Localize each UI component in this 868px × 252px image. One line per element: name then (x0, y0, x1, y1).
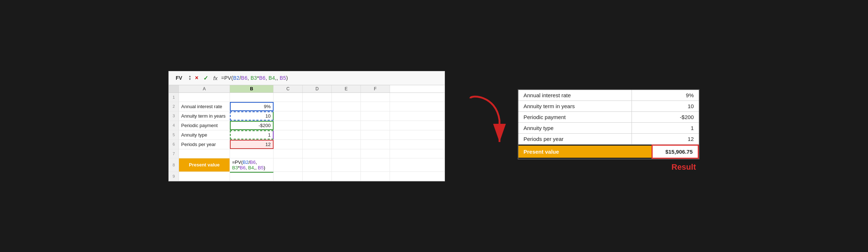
cell-b7 (230, 149, 274, 158)
cell-e7 (332, 149, 361, 158)
col-header-f: F (361, 85, 390, 92)
result-label-periods: Periods per year (518, 133, 632, 144)
main-container: FV ▲▼ × ✓ fx =PV(B2/B6, B3*B6, B4,, B5) … (154, 64, 714, 189)
cell-c8 (274, 158, 303, 172)
cell-c4 (274, 121, 303, 130)
result-label-interest: Annual interest rate (518, 90, 632, 101)
cell-a7 (179, 149, 230, 158)
cell-c6 (274, 140, 303, 149)
grid-row-4: 4 Periodic payment -$200 (169, 121, 445, 130)
result-bottom-row: Present value $15,906.75 (518, 145, 699, 159)
cell-e2 (332, 102, 361, 111)
cell-f2 (361, 102, 390, 111)
cell-a9 (179, 172, 230, 181)
cell-f5 (361, 130, 390, 139)
result-row-1: Annual interest rate 9% (518, 90, 699, 101)
spreadsheet-grid: A B C D E F 1 2 Annual interest rate (169, 85, 445, 181)
row-num-4: 4 (169, 121, 179, 130)
cell-f3 (361, 111, 390, 121)
cell-a3: Annuity term in years (179, 111, 230, 121)
col-header-e: E (332, 85, 361, 92)
result-value-payment: -$200 (632, 111, 699, 122)
cell-d9 (303, 172, 332, 181)
col-header-row-num (169, 85, 179, 92)
cell-a6: Periods per year (179, 140, 230, 149)
arrow-container (467, 91, 496, 157)
result-label-term: Annuity term in years (518, 101, 632, 111)
cell-d8 (303, 158, 332, 172)
confirm-button[interactable]: ✓ (202, 75, 210, 82)
row-num-1: 1 (169, 93, 179, 102)
arrow-svg (467, 91, 510, 157)
cell-d7 (303, 149, 332, 158)
cell-b5[interactable]: 1 (230, 130, 274, 139)
row-num-5: 5 (169, 130, 179, 139)
result-panel: Annual interest rate 9% Annuity term in … (518, 89, 700, 160)
cell-a2: Annual interest rate (179, 102, 230, 111)
cell-e3 (332, 111, 361, 121)
cell-b8-formula[interactable]: =PV(B2/B6, B3*B6, B4,, B5) (230, 158, 274, 172)
result-value-periods: 12 (632, 133, 699, 144)
row-num-6: 6 (169, 140, 179, 149)
formula-b8: =PV(B2/B6, B3*B6, B4,, B5) (232, 160, 271, 170)
cell-b9 (230, 172, 274, 181)
cancel-button[interactable]: × (194, 75, 200, 81)
cell-d4 (303, 121, 332, 130)
cell-e6 (332, 140, 361, 149)
result-pv-label: Present value (518, 146, 652, 158)
cell-f1 (361, 93, 390, 102)
row-num-8: 8 (169, 158, 179, 172)
result-row-3: Periodic payment -$200 (518, 111, 699, 122)
formula-display: =PV(B2/B6, B3*B6, B4,, B5) (221, 75, 288, 81)
cell-f8 (361, 158, 390, 172)
cell-e4 (332, 121, 361, 130)
result-row-2: Annuity term in years 10 (518, 101, 699, 111)
cell-b4[interactable]: -$200 (230, 121, 274, 130)
grid-header-row: A B C D E F (169, 85, 445, 93)
cell-b6[interactable]: 12 (230, 140, 274, 149)
cell-e1 (332, 93, 361, 102)
cell-c5 (274, 130, 303, 139)
result-row-4: Annuity type 1 (518, 122, 699, 133)
grid-row-6: 6 Periods per year 12 (169, 140, 445, 149)
cell-f7 (361, 149, 390, 158)
result-side: Annual interest rate 9% Annuity term in … (518, 71, 700, 172)
result-value-interest: 9% (632, 90, 699, 101)
cell-c7 (274, 149, 303, 158)
cell-c1 (274, 93, 303, 102)
cell-c2 (274, 102, 303, 111)
cell-a5: Annuity type (179, 130, 230, 139)
result-row-5: Periods per year 12 (518, 133, 699, 144)
cell-d3 (303, 111, 332, 121)
grid-row-8: 8 Present value =PV(B2/B6, B3*B6, B4,, B… (169, 158, 445, 172)
col-header-a: A (179, 85, 230, 92)
cell-e8 (332, 158, 361, 172)
grid-row-7: 7 (169, 149, 445, 158)
result-value-term: 10 (632, 101, 699, 111)
cell-ref: FV (172, 75, 186, 81)
cell-d2 (303, 102, 332, 111)
formula-bar: FV ▲▼ × ✓ fx =PV(B2/B6, B3*B6, B4,, B5) (169, 71, 445, 85)
grid-row-2: 2 Annual interest rate 9% (169, 102, 445, 111)
row-num-9: 9 (169, 172, 179, 181)
grid-row-3: 3 Annuity term in years 10 (169, 111, 445, 121)
cell-ref-arrows: ▲▼ (188, 75, 191, 81)
row-num-7: 7 (169, 149, 179, 158)
result-value-type: 1 (632, 122, 699, 133)
cell-f4 (361, 121, 390, 130)
result-word: Result (672, 162, 700, 172)
cell-d6 (303, 140, 332, 149)
col-header-b: B (230, 85, 274, 92)
result-label-type: Annuity type (518, 122, 632, 133)
grid-row-1: 1 (169, 93, 445, 102)
col-header-c: C (274, 85, 303, 92)
cell-b2[interactable]: 9% (230, 102, 274, 111)
result-label-payment: Periodic payment (518, 111, 632, 122)
result-pv-value: $15,906.75 (652, 145, 699, 159)
cell-b3[interactable]: 10 (230, 111, 274, 121)
col-header-d: D (303, 85, 332, 92)
cell-a4: Periodic payment (179, 121, 230, 130)
result-table: Annual interest rate 9% Annuity term in … (518, 90, 699, 145)
grid-row-5: 5 Annuity type 1 (169, 130, 445, 140)
row-num-2: 2 (169, 102, 179, 111)
